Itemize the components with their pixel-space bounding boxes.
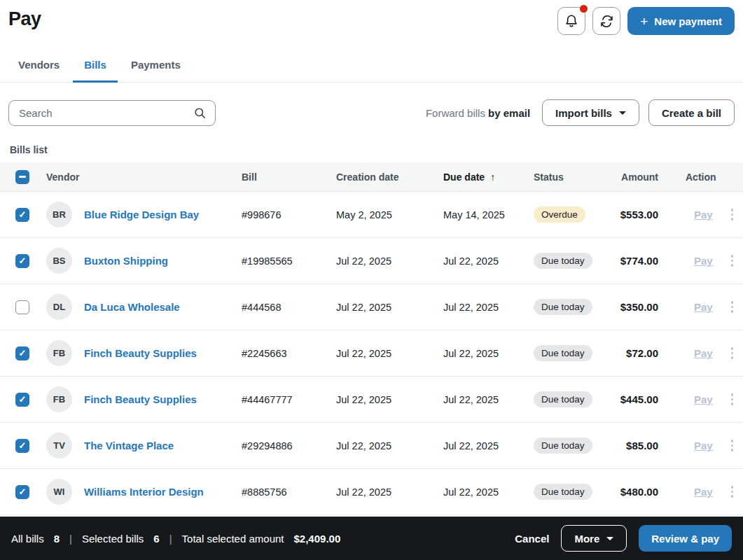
cancel-button[interactable]: Cancel xyxy=(515,533,549,545)
sort-ascending-icon: ↑ xyxy=(490,172,495,183)
refresh-icon xyxy=(599,14,614,29)
plus-icon: + xyxy=(640,15,648,28)
vendor-link[interactable]: Williams Interior Design xyxy=(84,486,204,498)
forward-bills-text: Forward bills by email xyxy=(426,107,530,119)
new-payment-button[interactable]: + New payment xyxy=(627,7,735,35)
toolbar-right: Forward bills by email Import bills Crea… xyxy=(426,99,735,126)
notifications-button[interactable] xyxy=(557,7,585,35)
new-payment-label: New payment xyxy=(654,15,722,27)
vendor-link[interactable]: Finch Beauty Supplies xyxy=(84,347,197,359)
review-and-pay-button[interactable]: Review & pay xyxy=(639,525,732,552)
pay-link[interactable]: Pay xyxy=(694,393,713,405)
action-cell: Pay xyxy=(663,389,743,409)
vendor-link[interactable]: Da Luca Wholesale xyxy=(84,301,180,313)
row-checkbox[interactable] xyxy=(15,254,29,268)
search-input[interactable] xyxy=(8,100,216,126)
status-badge: Due today xyxy=(534,345,592,361)
due-date: May 14, 2025 xyxy=(443,209,534,220)
vendor-avatar: WI xyxy=(46,479,72,505)
status-cell: Due today xyxy=(534,299,613,315)
row-checkbox[interactable] xyxy=(15,485,29,499)
pay-link[interactable]: Pay xyxy=(694,347,713,359)
row-checkbox[interactable] xyxy=(15,208,29,222)
refresh-button[interactable] xyxy=(592,7,620,35)
vendor-cell: BS Buxton Shipping xyxy=(46,248,242,274)
column-header-status[interactable]: Status xyxy=(534,172,613,183)
amount: $553.00 xyxy=(613,209,663,220)
vendor-avatar: BS xyxy=(46,248,72,274)
toolbar: Forward bills by email Import bills Crea… xyxy=(0,83,743,126)
tab-payments[interactable]: Payments xyxy=(120,52,192,83)
vendor-link[interactable]: The Vintage Place xyxy=(84,440,174,451)
tab-vendors[interactable]: Vendors xyxy=(7,52,71,83)
kebab-menu-icon[interactable] xyxy=(728,435,737,455)
vendor-cell: FB Finch Beauty Supplies xyxy=(46,340,242,366)
bills-table-header: Vendor Bill Creation date Due date↑ Stat… xyxy=(0,162,743,192)
notification-dot xyxy=(580,5,588,13)
more-button[interactable]: More xyxy=(561,525,627,552)
amount: $350.00 xyxy=(613,301,663,313)
kebab-menu-icon[interactable] xyxy=(728,389,737,409)
status-cell: Due today xyxy=(534,438,613,454)
row-checkbox[interactable] xyxy=(15,300,29,314)
vendor-link[interactable]: Blue Ridge Design Bay xyxy=(84,209,199,220)
kebab-menu-icon[interactable] xyxy=(728,482,737,501)
table-row: FB Finch Beauty Supplies #2245663 Jul 22… xyxy=(0,330,743,377)
pay-link[interactable]: Pay xyxy=(694,209,713,220)
due-date: Jul 22, 2025 xyxy=(443,394,534,405)
column-header-action: Action xyxy=(663,172,743,183)
bill-number: #444568 xyxy=(242,302,336,313)
column-header-vendor[interactable]: Vendor xyxy=(46,172,242,183)
pay-link[interactable]: Pay xyxy=(694,486,713,498)
create-a-bill-button[interactable]: Create a bill xyxy=(648,99,735,126)
kebab-menu-icon[interactable] xyxy=(728,297,737,316)
row-checkbox[interactable] xyxy=(15,346,29,360)
vendor-link[interactable]: Finch Beauty Supplies xyxy=(84,393,197,405)
column-header-bill[interactable]: Bill xyxy=(242,172,336,183)
selected-bills-count: 6 xyxy=(153,533,159,545)
due-date: Jul 22, 2025 xyxy=(443,302,534,313)
select-all-checkbox[interactable] xyxy=(15,170,29,184)
search-icon[interactable] xyxy=(193,106,207,120)
amount: $85.00 xyxy=(613,440,663,451)
tab-bills[interactable]: Bills xyxy=(73,52,118,83)
column-header-creation-date[interactable]: Creation date xyxy=(336,172,443,183)
header-checkbox-cell xyxy=(0,170,46,184)
pay-link[interactable]: Pay xyxy=(694,301,713,313)
row-checkbox-cell xyxy=(0,254,46,268)
total-selected-label: Total selected amount xyxy=(182,533,284,545)
table-row: TV The Vintage Place #29294886 Jul 22, 2… xyxy=(0,423,743,469)
row-checkbox-cell xyxy=(0,346,46,360)
header-actions: + New payment xyxy=(557,7,735,35)
total-selected-amount: $2,409.00 xyxy=(294,533,341,545)
row-checkbox[interactable] xyxy=(15,439,29,453)
creation-date: Jul 22, 2025 xyxy=(336,486,443,498)
column-header-due-date[interactable]: Due date↑ xyxy=(443,172,534,183)
vendor-cell: WI Williams Interior Design xyxy=(46,479,242,505)
vendor-link[interactable]: Buxton Shipping xyxy=(84,255,168,267)
due-date: Jul 22, 2025 xyxy=(443,255,534,267)
amount: $774.00 xyxy=(613,255,663,267)
kebab-menu-icon[interactable] xyxy=(728,343,737,363)
pay-link[interactable]: Pay xyxy=(694,255,713,267)
column-header-amount[interactable]: Amount xyxy=(613,172,663,183)
import-bills-label: Import bills xyxy=(555,107,612,119)
pay-link[interactable]: Pay xyxy=(694,440,713,451)
import-bills-button[interactable]: Import bills xyxy=(542,99,639,126)
due-date: Jul 22, 2025 xyxy=(443,348,534,359)
forward-by-email-link[interactable]: by email xyxy=(488,107,530,119)
action-cell: Pay xyxy=(663,297,743,316)
row-checkbox[interactable] xyxy=(15,393,29,407)
row-checkbox-cell xyxy=(0,208,46,222)
bill-number: #44467777 xyxy=(242,394,336,405)
chevron-down-icon xyxy=(619,111,626,115)
search-wrap xyxy=(8,100,216,126)
status-badge: Due today xyxy=(534,299,592,315)
amount: $445.00 xyxy=(613,393,663,405)
kebab-menu-icon[interactable] xyxy=(728,204,737,224)
selected-bills-label: Selected bills xyxy=(82,533,144,545)
kebab-menu-icon[interactable] xyxy=(728,251,737,270)
action-cell: Pay xyxy=(663,482,743,501)
all-bills-label: All bills xyxy=(11,533,44,545)
page-title: Pay xyxy=(8,7,41,30)
